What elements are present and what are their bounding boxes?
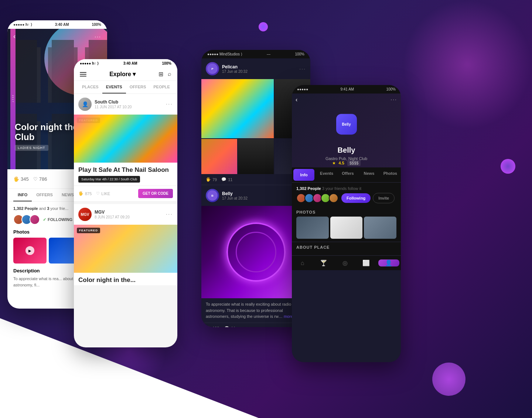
feed-image-1: FEATURED	[74, 115, 177, 163]
glass-icon: 🍸	[320, 259, 327, 266]
bg-blob-right-mid	[501, 159, 515, 174]
hamburger-icon[interactable]	[80, 72, 86, 77]
feed-item-2: MGV MGV 8 JUN 2017 AT 09:20 ··· FEATURED…	[74, 204, 177, 285]
photo-thumb-1[interactable]: ▶	[13, 238, 47, 264]
thumbs-icon: 🖐	[78, 191, 83, 196]
venue-photo-2[interactable]	[330, 217, 363, 239]
feed-reaction-1: 🖐 875	[78, 191, 92, 196]
heart-icon: ♡	[33, 176, 38, 182]
comment-icon: 💬	[221, 177, 226, 182]
phone4-people-section: 1,302 People 3 your friends follow it Fo…	[292, 183, 401, 207]
bottom-nav-camera[interactable]: ⬜	[355, 259, 376, 267]
phone4-invite-btn[interactable]: Invite	[373, 193, 395, 203]
phone4-following-btn[interactable]: Following	[341, 193, 371, 203]
phone4-rating-num: 4.5	[339, 161, 344, 165]
chevron-down-icon: ▾	[133, 71, 136, 78]
phone1-follow-btn[interactable]: ✓ FOLLOWING	[43, 217, 72, 222]
phone4-more-btn[interactable]: ···	[391, 96, 397, 102]
feed-like-btn-1[interactable]: ♡ LIKE	[96, 191, 110, 196]
phone2-explore-title: Explore ▾	[109, 71, 136, 78]
feed-featured-tag-2: FEATURED	[77, 228, 100, 233]
feed-actions-1: 🖐 875 ♡ LIKE GET OR CODE	[74, 186, 177, 201]
phone4-nav-tabs: Info Events Offers News Photos	[292, 167, 401, 183]
phone4-rating-row: ★ 4.5 $$$$	[292, 160, 401, 166]
feed-qr-btn-1[interactable]: GET OR CODE	[138, 189, 173, 198]
phone3-statusbar: ●●●●● MindStudios ⟩ --- 100%	[201, 50, 310, 58]
feed-avatar-2: MGV	[78, 208, 92, 221]
post2-date: 17 Jun at 20:32	[222, 196, 248, 200]
phone4-photos-title: PHOTOS	[296, 210, 396, 214]
grid-icon[interactable]: ⊞	[158, 71, 163, 78]
bg-blob-top-right	[403, 0, 532, 129]
bg-blob-bottom-right	[432, 363, 466, 396]
phone4-tab-info[interactable]: Info	[293, 169, 314, 181]
phone4-signal: ●●●●●	[297, 87, 308, 91]
bottom-nav-bar[interactable]: 🍸	[313, 259, 334, 267]
feed-more-btn-2[interactable]: ···	[166, 211, 173, 218]
phone4-photos-row	[296, 217, 396, 239]
phone4-tab-offers[interactable]: Offers	[337, 167, 358, 182]
venue-photo-1[interactable]	[296, 217, 329, 239]
post1-hand-reaction: 🖐 79	[206, 177, 217, 182]
bottom-nav-person[interactable]: 👤	[378, 259, 399, 266]
search-icon[interactable]: ⌕	[168, 71, 171, 78]
phone1-statusbar: ●●●●● h↑ ⟩ 3:40 AM 100%	[7, 20, 107, 29]
phone2-feed: 👤 South Club 11 JUN 2017 AT 10:20 ··· FE…	[74, 94, 177, 288]
phone2-battery: 100%	[162, 61, 171, 65]
phone1-time: 3:40 AM	[55, 23, 69, 27]
phone1-tab-offers[interactable]: OFFERS	[32, 189, 57, 201]
play-icon: ▶	[25, 246, 34, 255]
feed-more-btn-1[interactable]: ···	[166, 101, 173, 108]
phone1-ladies-tag: LADIES NIGHT	[15, 145, 48, 151]
phone2-tab-events[interactable]: EVENTS	[102, 81, 126, 94]
venue-photo-3[interactable]	[364, 217, 396, 239]
phone2-time: 3:40 AM	[123, 61, 137, 65]
phone2-tab-offers[interactable]: OFFERS	[126, 81, 150, 94]
phone2-tab-places[interactable]: PLACES	[78, 81, 102, 94]
phone1-tab-info[interactable]: INFO	[13, 189, 32, 201]
phone2-tabs: PLACES EVENTS OFFERS PEOPLE	[74, 81, 177, 94]
phone4-about-title: ABOUT PLACE	[296, 245, 396, 249]
phone4-tab-events[interactable]: Events	[316, 167, 337, 182]
phone4-venue-name: Belly	[292, 146, 401, 154]
feed-item-2-header: MGV MGV 8 JUN 2017 AT 09:20 ···	[74, 204, 177, 225]
post2-comment-reaction: 💬 11	[224, 326, 235, 327]
post1-info: Pelican 17 Jun at 20:32	[222, 64, 248, 74]
phone4-statusbar: ●●●●● 9:41 AM 100%	[292, 85, 401, 94]
person-icon: 👤	[385, 259, 392, 266]
phone4-price-tag: $$$$	[347, 160, 361, 166]
feed-title-2: Color night in the...	[74, 273, 177, 285]
phone4-time: 9:41 AM	[340, 87, 354, 91]
like-icon: 🖐	[13, 176, 19, 182]
phone4-back-btn[interactable]: ‹	[296, 96, 297, 103]
phone4-venue-detail: ●●●●● 9:41 AM 100% ‹ ··· Belly Belly Gas…	[292, 85, 401, 362]
post1-more-btn[interactable]: ···	[299, 66, 306, 72]
phone4-battery: 100%	[386, 87, 396, 91]
post2-avatar-inner: B	[207, 190, 218, 201]
phone3-battery: 100%	[295, 52, 304, 56]
phone1-back-btn[interactable]: ‹	[13, 33, 16, 40]
post2-author: Belly	[222, 191, 248, 196]
phone2-explore: ●●●●● h↑ ⟩ 3:40 AM 100% Explore ▾ ⊞ ⌕ PL…	[74, 59, 177, 347]
phone4-people-row: Following Invite	[296, 193, 396, 203]
phone4-venue-logo: Belly	[336, 114, 357, 135]
feed-item-1-header: 👤 South Club 11 JUN 2017 AT 10:20 ···	[74, 94, 177, 115]
bottom-nav-home[interactable]: ⌂	[292, 259, 313, 267]
feed-date-1: 11 JUN 2017 AT 10:20	[95, 105, 132, 109]
phone2-navbar: Explore ▾ ⊞ ⌕	[74, 68, 177, 81]
post1-avatar: P	[206, 62, 219, 75]
bottom-nav-location[interactable]: ◎	[334, 259, 355, 267]
phone2-tab-people[interactable]: PEOPLE	[150, 81, 174, 94]
feed-event-tag-1: Saturday Mar 4th / 22:30 / South Club	[78, 176, 140, 183]
heart-icon: ♡	[96, 191, 100, 196]
phone1-more-btn[interactable]: ···	[95, 34, 101, 40]
post1-img-main	[201, 79, 274, 138]
phone4-people-avatars	[296, 193, 337, 203]
post1-header: P Pelican 17 Jun at 20:32 ···	[201, 58, 310, 79]
star-icon: ★	[332, 161, 336, 166]
phone4-tab-photos[interactable]: Photos	[380, 167, 401, 182]
phone2-signal: ●●●●● h↑ ⟩	[80, 61, 99, 65]
pin-icon: ◎	[342, 259, 348, 266]
feed-title-1: Play It Safe At The Nail Saloon	[74, 163, 177, 175]
phone4-tab-news[interactable]: News	[358, 167, 379, 182]
